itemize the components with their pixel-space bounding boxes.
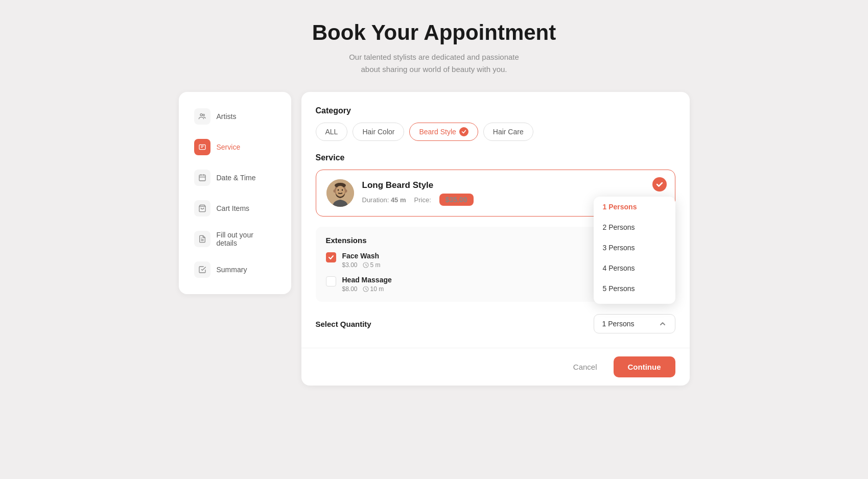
head-massage-price: $8.00 — [342, 285, 358, 293]
category-tabs: ALL Hair Color Beard Style — [316, 123, 675, 141]
sidebar-datetime-label: Date & Time — [217, 174, 256, 182]
dropdown-item-2[interactable]: 2 Persons — [594, 217, 675, 237]
category-title: Category — [316, 106, 675, 115]
dropdown-item-3[interactable]: 3 Persons — [594, 237, 675, 258]
quantity-label: Select Quantity — [316, 320, 371, 328]
svg-point-11 — [344, 189, 347, 193]
duration-label: Duration: 45 m — [362, 196, 406, 204]
sidebar-artists-label: Artists — [217, 112, 237, 121]
service-title: Service — [316, 153, 675, 162]
face-wash-name: Face Wash — [342, 252, 381, 260]
service-name: Long Beard Style — [362, 180, 665, 190]
quantity-row: Select Quantity 1 Persons 2 Persons 3 Pe… — [316, 314, 675, 333]
svg-point-14 — [341, 189, 342, 191]
cart-icon — [194, 200, 210, 217]
svg-point-1 — [203, 114, 204, 116]
form-icon — [194, 231, 210, 247]
price-badge: $35.00 — [439, 194, 474, 206]
calendar-icon — [194, 170, 210, 186]
svg-rect-3 — [199, 175, 205, 181]
svg-point-0 — [200, 114, 202, 116]
page-subtitle: Our talented stylists are dedicated and … — [312, 51, 556, 76]
service-icon — [194, 139, 210, 155]
quantity-dropdown[interactable]: 1 Persons 2 Persons 3 Persons 4 Persons … — [594, 197, 675, 304]
head-massage-checkbox[interactable] — [326, 276, 336, 286]
tab-all[interactable]: ALL — [316, 123, 348, 141]
dropdown-item-1[interactable]: 1 Persons — [594, 197, 675, 217]
sidebar: Artists Service Date & Time — [179, 92, 291, 294]
sidebar-item-cart[interactable]: Cart Items — [187, 194, 283, 223]
dropdown-list: 1 Persons 2 Persons 3 Persons 4 Persons … — [594, 197, 675, 304]
sidebar-item-artists[interactable]: Artists — [187, 102, 283, 131]
face-wash-checkbox[interactable] — [326, 252, 336, 262]
sidebar-service-label: Service — [217, 143, 241, 151]
chevron-up-icon — [659, 320, 667, 328]
face-wash-meta: $3.00 5 m — [342, 261, 381, 269]
quantity-selected-value: 1 Persons — [602, 320, 635, 328]
dropdown-item-5[interactable]: 5 Persons — [594, 278, 675, 299]
quantity-container: 1 Persons 2 Persons 3 Persons 4 Persons … — [594, 314, 675, 333]
tab-beard-style[interactable]: Beard Style — [409, 123, 478, 141]
sidebar-summary-label: Summary — [217, 266, 247, 274]
quantity-select-trigger[interactable]: 1 Persons — [594, 314, 675, 333]
cancel-button[interactable]: Cancel — [565, 357, 605, 376]
beard-style-check — [459, 127, 468, 136]
head-massage-name: Head Massage — [342, 276, 392, 284]
summary-icon — [194, 261, 210, 278]
tab-hair-color[interactable]: Hair Color — [353, 123, 404, 141]
service-avatar — [326, 179, 354, 207]
page-title: Book Your Appointment — [312, 20, 556, 45]
continue-button[interactable]: Continue — [614, 356, 675, 377]
sidebar-item-summary[interactable]: Summary — [187, 255, 283, 284]
face-wash-duration: 5 m — [363, 261, 381, 269]
svg-point-10 — [333, 189, 336, 193]
service-selected-check — [652, 177, 667, 191]
sidebar-filldetails-label: Fill out your details — [217, 231, 276, 247]
svg-point-13 — [337, 189, 338, 191]
sidebar-cart-label: Cart Items — [217, 204, 250, 212]
face-wash-price: $3.00 — [342, 261, 358, 269]
artists-icon — [194, 108, 210, 125]
category-section: Category ALL Hair Color Beard Style — [316, 106, 675, 141]
tab-hair-care[interactable]: Hair Care — [483, 123, 533, 141]
head-massage-meta: $8.00 10 m — [342, 285, 392, 293]
dropdown-item-6[interactable]: 6 Persons — [594, 299, 675, 304]
main-panel: Category ALL Hair Color Beard Style — [301, 92, 690, 386]
head-massage-duration: 10 m — [363, 285, 384, 293]
dropdown-item-4[interactable]: 4 Persons — [594, 258, 675, 278]
panel-footer: Cancel Continue — [301, 348, 690, 386]
sidebar-item-service[interactable]: Service — [187, 133, 283, 161]
sidebar-item-date-time[interactable]: Date & Time — [187, 163, 283, 192]
sidebar-item-fill-details[interactable]: Fill out your details — [187, 225, 283, 253]
price-label: Price: — [414, 196, 431, 204]
